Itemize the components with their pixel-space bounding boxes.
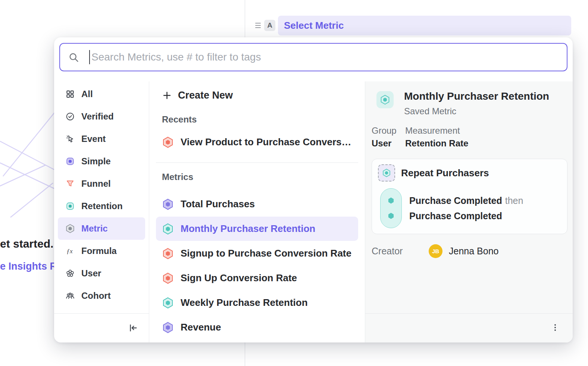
formula-icon: ƒx: [65, 246, 75, 256]
sidebar-item-label: Simple: [81, 156, 111, 167]
group-value: User: [372, 138, 405, 149]
plus-icon: [162, 90, 172, 100]
teal-hexagon-metric-icon: [162, 223, 174, 235]
behavior-title: Repeat Purchasers: [401, 167, 489, 179]
collapse-left-icon: [128, 323, 138, 333]
search-input[interactable]: [90, 51, 559, 63]
cohort-icon: [65, 291, 75, 301]
svg-text:ƒx: ƒx: [66, 248, 73, 255]
metric-detail-panel: Monthly Purchaser Retention Saved Metric…: [365, 81, 573, 342]
metric-item-label: Revenue: [181, 322, 221, 333]
filter-sidebar: AllVerifiedEventSimpleFunnelRetentionMet…: [54, 81, 149, 342]
detail-meta-grid: Group Measurement User Retention Rate: [372, 125, 468, 149]
sidebar-item-retention[interactable]: Retention: [58, 195, 145, 217]
section-header-recents: Recents: [162, 114, 352, 125]
sidebar-item-cohort[interactable]: Cohort: [58, 285, 145, 307]
background-insights-link[interactable]: e Insights Re: [0, 261, 63, 272]
measurement-label: Measurement: [405, 125, 468, 136]
behavior-icon-box: [378, 164, 395, 182]
detail-footer-divider: [365, 313, 573, 314]
event-sequence-pill: [380, 188, 402, 228]
collapse-sidebar-button[interactable]: [126, 322, 139, 334]
behavior-definition-card: Repeat Purchasers Purchase Completedthen…: [372, 159, 567, 234]
sidebar-item-label: User: [81, 268, 101, 279]
creator-name: Jenna Bono: [449, 246, 498, 257]
group-label: Group: [372, 125, 405, 136]
metric-list-item[interactable]: View Product to Purchase Conversi...: [156, 130, 358, 154]
all-icon: [65, 89, 75, 99]
metric-item-label: Monthly Purchaser Retention: [181, 223, 315, 235]
list-section-divider: [156, 162, 358, 163]
select-metric-button[interactable]: Select Metric: [278, 16, 571, 35]
funnel-icon: [65, 179, 75, 189]
series-a-badge: A: [264, 20, 275, 31]
sidebar-item-label: Metric: [81, 223, 108, 234]
verified-icon: [65, 112, 75, 121]
metric-item-label: View Product to Purchase Conversi...: [181, 136, 352, 148]
sidebar-item-simple[interactable]: Simple: [58, 150, 145, 173]
search-icon: [68, 52, 79, 63]
sidebar-item-label: Retention: [81, 201, 123, 211]
sidebar-item-metric[interactable]: Metric: [58, 217, 145, 240]
metric-item-label: Signup to Purchase Conversion Rate: [181, 248, 351, 259]
metric-list-item[interactable]: Weekly Purchase Retention: [156, 291, 358, 315]
metric-picker-modal: AllVerifiedEventSimpleFunnelRetentionMet…: [54, 37, 573, 342]
metric-list-panel: Create New RecentsView Product to Purcha…: [149, 81, 365, 342]
sidebar-item-all[interactable]: All: [58, 83, 145, 105]
sidebar-item-formula[interactable]: ƒxFormula: [58, 240, 145, 262]
metric-list-item[interactable]: Signup to Purchase Conversion Rate: [156, 241, 358, 266]
detail-header: Monthly Purchaser Retention Saved Metric: [376, 90, 549, 117]
detail-metric-subtitle: Saved Metric: [404, 106, 549, 117]
background-heading-text: et started.: [0, 238, 53, 250]
red-hexagon-metric-icon: [162, 248, 174, 260]
sidebar-footer-divider: [54, 313, 149, 314]
metric-sections: RecentsView Product to Purchase Conversi…: [156, 114, 358, 339]
recents-list: View Product to Purchase Conversi...: [156, 130, 358, 154]
modal-content: AllVerifiedEventSimpleFunnelRetentionMet…: [54, 81, 573, 342]
event-icon: [65, 134, 75, 144]
metric-icon: [65, 224, 75, 233]
kebab-menu-icon: [551, 323, 560, 332]
metric-item-label: Total Purchases: [181, 198, 255, 210]
sidebar-filter-list: AllVerifiedEventSimpleFunnelRetentionMet…: [54, 83, 149, 307]
metric-list-item[interactable]: Monthly Purchaser Retention: [156, 217, 358, 241]
purple-hexagon-metric-icon: [162, 198, 174, 210]
behavior-step-1: Purchase Completedthen: [409, 195, 523, 206]
simple-icon: [65, 156, 75, 166]
red-hexagon-metric-icon: [162, 272, 174, 284]
section-header-metrics: Metrics: [162, 172, 352, 182]
teal-hexagon-icon: [382, 168, 391, 177]
red-hexagon-metric-icon: [162, 136, 174, 148]
teal-hexagon-metric-icon: [162, 297, 174, 309]
detail-metric-title: Monthly Purchaser Retention: [404, 90, 549, 102]
metric-list-item[interactable]: Total Purchases: [156, 192, 358, 216]
sidebar-item-funnel[interactable]: Funnel: [58, 173, 145, 195]
sidebar-item-label: Funnel: [81, 179, 111, 189]
drag-handle-icon[interactable]: [255, 23, 261, 28]
creator-avatar: JB: [429, 244, 442, 258]
retention-metric-icon: [376, 91, 394, 108]
sidebar-item-label: Event: [81, 134, 106, 144]
sidebar-item-user[interactable]: User: [58, 262, 145, 285]
step-2-event: Purchase Completed: [409, 211, 502, 221]
metric-header-row: A Select Metric: [255, 15, 571, 36]
create-new-button[interactable]: Create New: [156, 86, 358, 105]
user-icon: [65, 269, 75, 278]
event-hexagon-icon: [387, 212, 395, 220]
metrics-list: Total PurchasesMonthly Purchaser Retenti…: [156, 192, 358, 339]
sidebar-item-label: Cohort: [81, 291, 111, 301]
metric-item-label: Sign Up Conversion Rate: [181, 272, 297, 284]
metric-list-item[interactable]: Sign Up Conversion Rate: [156, 266, 358, 290]
metric-item-label: Weekly Purchase Retention: [181, 297, 308, 308]
measurement-value: Retention Rate: [405, 138, 468, 149]
select-metric-label: Select Metric: [284, 20, 344, 31]
metric-search-bar[interactable]: [59, 43, 567, 71]
creator-label: Creator: [372, 246, 403, 257]
step-conjunction: then: [505, 195, 523, 206]
sidebar-item-event[interactable]: Event: [58, 128, 145, 150]
create-new-label: Create New: [178, 90, 233, 101]
more-options-button[interactable]: [549, 322, 561, 334]
sidebar-item-verified[interactable]: Verified: [58, 105, 145, 128]
sidebar-item-label: Formula: [81, 246, 117, 256]
metric-list-item[interactable]: Revenue: [156, 315, 358, 339]
